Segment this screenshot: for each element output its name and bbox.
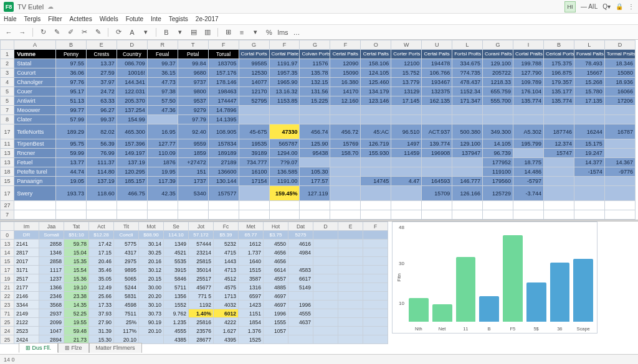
toolbar-btn-4[interactable]: ✐ <box>65 27 75 37</box>
data-cell[interactable]: 177952 <box>483 158 513 167</box>
data-cell[interactable]: 086.709 <box>117 59 147 68</box>
data-cell[interactable]: 3915 <box>164 266 189 274</box>
row-label[interactable]: Courort <box>14 68 56 78</box>
chart-bar[interactable] <box>432 304 452 322</box>
data-cell[interactable]: 63.33 <box>86 96 117 106</box>
data-cell[interactable] <box>363 309 388 318</box>
data-cell[interactable]: 20.10 <box>139 327 164 335</box>
data-cell[interactable]: 5232 <box>214 240 239 248</box>
data-cell[interactable]: 6614 <box>264 266 288 274</box>
data-cell[interactable]: 90.19 <box>139 318 164 327</box>
data-cell[interactable] <box>147 115 178 124</box>
row-label[interactable]: Statal <box>14 59 56 68</box>
data-cell[interactable]: 137.19 <box>117 158 147 167</box>
data-cell[interactable] <box>391 167 422 177</box>
data-cell[interactable]: 6617 <box>288 274 313 283</box>
menu-tegists[interactable]: Tegists <box>169 16 188 22</box>
data-cell[interactable]: 1192 <box>189 301 214 309</box>
data-cell[interactable] <box>363 335 388 344</box>
row-label[interactable]: Chanolger <box>14 78 56 87</box>
data-cell[interactable] <box>313 266 338 274</box>
data-cell[interactable]: 16.95 <box>147 124 178 139</box>
table-header-cell[interactable]: $88.90 <box>139 231 164 240</box>
row-header[interactable]: 13 <box>1 240 14 248</box>
data-cell[interactable]: 5244 <box>114 283 139 292</box>
data-cell[interactable]: 15.54 <box>64 266 89 274</box>
data-cell[interactable] <box>338 283 363 292</box>
data-cell[interactable]: 131.56 <box>300 87 330 96</box>
menu-widels[interactable]: Widels <box>100 16 118 22</box>
data-cell[interactable]: 9800 <box>178 87 208 96</box>
data-cell[interactable] <box>330 186 361 201</box>
table-header-cell[interactable]: 65.77 <box>239 231 264 240</box>
data-cell[interactable]: 4032 <box>214 301 239 309</box>
row-header[interactable]: 17 <box>1 186 14 201</box>
data-cell[interactable]: 23214 <box>189 248 214 257</box>
data-cell[interactable]: 9279 <box>178 106 208 115</box>
toolbar-btn-16[interactable]: ▾ <box>250 27 260 37</box>
data-cell[interactable]: 31.39 <box>89 327 114 335</box>
data-cell[interactable]: 2149 <box>14 309 39 318</box>
table-header-cell[interactable] <box>338 231 363 240</box>
data-cell[interactable]: 129.100 <box>452 139 483 149</box>
data-cell[interactable]: 1191.00 <box>269 177 300 186</box>
data-cell[interactable]: 47.73 <box>147 78 178 87</box>
data-cell[interactable]: 196908 <box>422 149 452 158</box>
col-header[interactable]: G <box>483 40 513 50</box>
data-cell[interactable] <box>288 327 313 335</box>
data-cell[interactable]: 123.146 <box>361 96 391 106</box>
data-cell[interactable] <box>361 158 391 167</box>
data-cell[interactable]: 1515 <box>239 266 264 274</box>
data-cell[interactable]: 127.790 <box>513 68 544 78</box>
empty-cell[interactable] <box>483 210 513 220</box>
data-cell[interactable]: 1191.97 <box>269 59 300 68</box>
empty-cell[interactable] <box>330 210 361 220</box>
data-cell[interactable]: 14.377 <box>574 158 604 167</box>
data-cell[interactable]: 108.905 <box>208 124 239 139</box>
data-cell[interactable]: 1737 <box>178 177 208 186</box>
empty-cell[interactable] <box>574 210 604 220</box>
col-header[interactable]: I <box>513 40 544 50</box>
data-cell[interactable]: 478.437 <box>452 78 483 87</box>
data-cell[interactable] <box>543 106 574 115</box>
data-cell[interactable]: 1957.35 <box>269 68 300 78</box>
data-cell[interactable]: 125.460 <box>361 78 391 87</box>
data-cell[interactable]: 19.55 <box>64 318 89 327</box>
row-label[interactable]: Swery <box>14 186 56 201</box>
col-header[interactable]: L <box>574 40 604 50</box>
toolbar-btn-7[interactable]: ⟳ <box>113 27 123 37</box>
empty-cell[interactable] <box>117 210 147 220</box>
data-cell[interactable]: 19.10 <box>64 283 89 292</box>
empty-cell[interactable] <box>452 210 483 220</box>
data-cell[interactable]: 1713 <box>214 292 239 301</box>
data-cell[interactable]: 183705 <box>208 59 239 68</box>
share-label[interactable]: — AIL <box>581 3 598 10</box>
data-cell[interactable]: 4616 <box>288 240 313 248</box>
row-header[interactable]: 24 <box>1 327 14 335</box>
data-cell[interactable]: 96.27 <box>86 106 117 115</box>
data-cell[interactable]: 119100 <box>483 167 513 177</box>
data-cell[interactable]: 122.031 <box>117 87 147 96</box>
data-cell[interactable]: 171.347 <box>452 96 483 106</box>
toolbar-btn-14[interactable]: ⊞ <box>223 27 233 37</box>
data-cell[interactable]: 14170 <box>330 87 361 96</box>
row-header[interactable]: 17 <box>1 124 14 139</box>
data-cell[interactable]: 162.135 <box>422 96 452 106</box>
data-cell[interactable]: 20.15 <box>139 274 164 283</box>
row-label[interactable]: TirpenBest <box>14 139 56 149</box>
row-label[interactable]: Meoower <box>14 106 56 115</box>
data-cell[interactable]: 27.59 <box>86 68 117 78</box>
data-cell[interactable]: 20.20 <box>139 292 164 301</box>
data-cell[interactable]: 23.38 <box>64 292 89 301</box>
upper-sheet[interactable]: ABEDRTFGFGFOWULGIBLD1VumnePennyCrestsCou… <box>0 40 638 220</box>
data-cell[interactable]: 151 <box>178 167 208 177</box>
data-cell[interactable]: 189189 <box>208 149 239 158</box>
data-cell[interactable]: 17.145 <box>391 96 422 106</box>
data-cell[interactable]: 555.700 <box>483 96 513 106</box>
data-cell[interactable]: 4656 <box>264 257 288 266</box>
chart-bar[interactable] <box>456 257 476 322</box>
data-cell[interactable]: 16100 <box>239 167 269 177</box>
data-cell[interactable]: 1316 <box>239 283 264 292</box>
data-cell[interactable]: 135.177 <box>543 87 574 96</box>
data-cell[interactable]: 15769 <box>330 139 361 149</box>
